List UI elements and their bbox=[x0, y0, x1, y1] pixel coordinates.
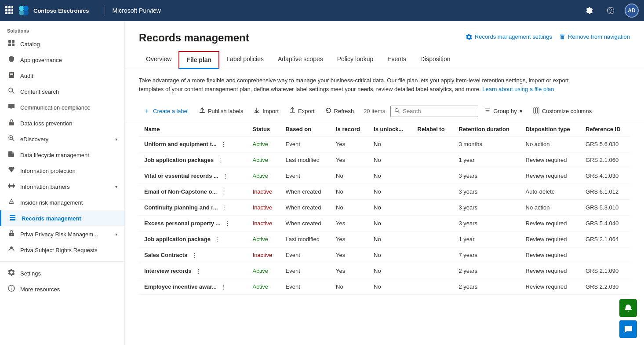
tab-file-plan[interactable]: File plan bbox=[178, 51, 219, 69]
sidebar-item-data-loss-prevention[interactable]: Data loss prevention bbox=[0, 115, 124, 131]
col-status[interactable]: Status bbox=[247, 122, 280, 136]
sidebar-item-app-governance[interactable]: App governance bbox=[0, 52, 124, 68]
insider-risk-icon bbox=[7, 198, 16, 207]
data-loss-prevention-icon bbox=[7, 119, 16, 128]
svg-rect-13 bbox=[8, 40, 11, 43]
tab-label-policies[interactable]: Label policies bbox=[219, 51, 271, 69]
search-box[interactable] bbox=[390, 106, 478, 117]
cell-relabel-to bbox=[412, 168, 454, 184]
notification-fab-button[interactable] bbox=[619, 299, 637, 317]
cell-relabel-to bbox=[412, 184, 454, 200]
cell-disposition-type: Review required bbox=[520, 216, 580, 231]
tab-adaptive-scopes[interactable]: Adaptive scopes bbox=[271, 51, 330, 69]
cell-retention-duration: 2 years bbox=[453, 279, 520, 295]
sidebar-item-communication-compliance[interactable]: Communication compliance bbox=[0, 99, 124, 115]
export-button[interactable]: Export bbox=[285, 105, 319, 117]
col-based-on[interactable]: Based on bbox=[280, 122, 331, 136]
col-retention-duration[interactable]: Retention duration bbox=[453, 122, 520, 136]
sidebar-item-settings[interactable]: Settings bbox=[0, 265, 124, 281]
sidebar-item-app-governance-label: App governance bbox=[20, 57, 117, 63]
svg-rect-38 bbox=[537, 108, 539, 113]
cell-relabel-to bbox=[412, 247, 454, 263]
sidebar-item-ediscovery-label: eDiscovery bbox=[20, 136, 111, 143]
row-menu-icon[interactable]: ⋮ bbox=[189, 251, 200, 259]
content-tabs: Overview File plan Label policies Adapti… bbox=[125, 51, 644, 69]
group-by-button[interactable]: Group by ▾ bbox=[480, 105, 527, 117]
col-is-record[interactable]: Is record bbox=[331, 122, 368, 136]
cell-is-unlocked: No bbox=[368, 247, 412, 263]
svg-rect-36 bbox=[534, 108, 535, 113]
publish-labels-button[interactable]: Publish labels bbox=[195, 105, 247, 117]
sidebar-item-priva-subject[interactable]: Priva Subject Rights Requests bbox=[0, 242, 124, 258]
sidebar-item-insider-risk[interactable]: Insider risk management bbox=[0, 195, 124, 210]
sidebar-item-information-barriers[interactable]: Information barriers ▾ bbox=[0, 179, 124, 195]
table-row: Vital or essential records ... ⋮ Active … bbox=[139, 168, 630, 184]
search-input[interactable] bbox=[403, 108, 474, 114]
sidebar-item-content-search[interactable]: Content search bbox=[0, 84, 124, 99]
communication-compliance-icon bbox=[7, 103, 16, 112]
svg-rect-5 bbox=[11, 9, 13, 11]
sidebar-item-priva-privacy[interactable]: Priva Privacy Risk Managem... ▾ bbox=[0, 226, 124, 242]
cell-based-on: Event bbox=[280, 247, 331, 263]
col-reference-id[interactable]: Reference ID bbox=[580, 122, 630, 136]
tab-disposition[interactable]: Disposition bbox=[413, 51, 457, 69]
chat-fab-button[interactable] bbox=[619, 320, 637, 338]
user-avatar[interactable]: AD bbox=[625, 4, 639, 18]
row-menu-icon[interactable]: ⋮ bbox=[218, 283, 229, 291]
cell-based-on: Event bbox=[280, 136, 331, 152]
row-menu-icon[interactable]: ⋮ bbox=[193, 267, 204, 275]
sidebar-item-more-resources-label: More resources bbox=[20, 286, 117, 293]
col-name[interactable]: Name bbox=[139, 122, 247, 136]
row-menu-icon[interactable]: ⋮ bbox=[219, 203, 230, 212]
tab-overview[interactable]: Overview bbox=[139, 51, 178, 69]
row-menu-icon[interactable]: ⋮ bbox=[215, 156, 226, 164]
row-menu-icon[interactable]: ⋮ bbox=[218, 187, 229, 196]
cell-disposition-type: Auto-delete bbox=[520, 184, 580, 200]
sidebar-item-data-lifecycle[interactable]: Data lifecycle management bbox=[0, 147, 124, 163]
tab-events[interactable]: Events bbox=[380, 51, 413, 69]
remove-nav-link[interactable]: Remove from navigation bbox=[559, 33, 630, 40]
sidebar-item-ediscovery[interactable]: eDiscovery ▾ bbox=[0, 131, 124, 147]
cell-name: Job application package ⋮ bbox=[139, 231, 247, 247]
grid-menu-icon[interactable] bbox=[5, 6, 13, 15]
refresh-button[interactable]: Refresh bbox=[321, 105, 359, 117]
table-row: Continuity planning and r... ⋮ Inactive … bbox=[139, 200, 630, 216]
cell-disposition-type: Review required bbox=[520, 168, 580, 184]
cell-status: Active bbox=[247, 279, 280, 295]
sidebar-item-catalog[interactable]: Catalog bbox=[0, 36, 124, 52]
tab-policy-lookup[interactable]: Policy lookup bbox=[330, 51, 381, 69]
cell-reference-id: GRS 6.1.012 bbox=[580, 184, 630, 200]
sidebar-item-audit[interactable]: Audit bbox=[0, 68, 124, 84]
table-container: Name Status Based on Is record Is unlock… bbox=[125, 122, 644, 345]
row-menu-icon[interactable]: ⋮ bbox=[222, 219, 233, 228]
create-label-button[interactable]: ＋ Create a label bbox=[139, 104, 193, 118]
col-is-unlocked[interactable]: Is unlock... bbox=[368, 122, 412, 136]
cell-based-on: When created bbox=[280, 216, 331, 231]
table-row: Sales Contracts ⋮ Inactive Event Yes No … bbox=[139, 247, 630, 263]
import-button[interactable]: Import bbox=[249, 105, 283, 117]
cell-relabel-to bbox=[412, 136, 454, 152]
sidebar-item-records-management[interactable]: Records management bbox=[0, 210, 124, 226]
row-menu-icon[interactable]: ⋮ bbox=[218, 140, 229, 148]
cell-relabel-to bbox=[412, 263, 454, 279]
sidebar-item-more-resources[interactable]: More resources bbox=[0, 281, 124, 297]
sidebar-item-information-protection[interactable]: Information protection bbox=[0, 163, 124, 179]
cell-retention-duration: 3 years bbox=[453, 184, 520, 200]
learn-more-link[interactable]: Learn about using a file plan bbox=[482, 86, 554, 92]
row-menu-icon[interactable]: ⋮ bbox=[220, 172, 231, 180]
cell-reference-id: GRS 5.6.030 bbox=[580, 136, 630, 152]
cell-is-unlocked: No bbox=[368, 136, 412, 152]
svg-line-18 bbox=[12, 92, 14, 93]
svg-rect-19 bbox=[9, 122, 14, 125]
col-disposition-type[interactable]: Disposition type bbox=[520, 122, 580, 136]
row-menu-icon[interactable]: ⋮ bbox=[212, 235, 223, 243]
cell-status: Active bbox=[247, 231, 280, 247]
topnav-divider bbox=[105, 5, 105, 16]
settings-icon-button[interactable] bbox=[582, 4, 597, 18]
records-settings-link[interactable]: Records management settings bbox=[466, 33, 552, 40]
product-name: Microsoft Purview bbox=[112, 7, 160, 14]
customize-columns-button[interactable]: Customize columns bbox=[529, 105, 596, 117]
help-icon-button[interactable] bbox=[604, 4, 618, 18]
col-relabel-to[interactable]: Relabel to bbox=[412, 122, 454, 136]
publish-labels-icon bbox=[199, 107, 205, 115]
